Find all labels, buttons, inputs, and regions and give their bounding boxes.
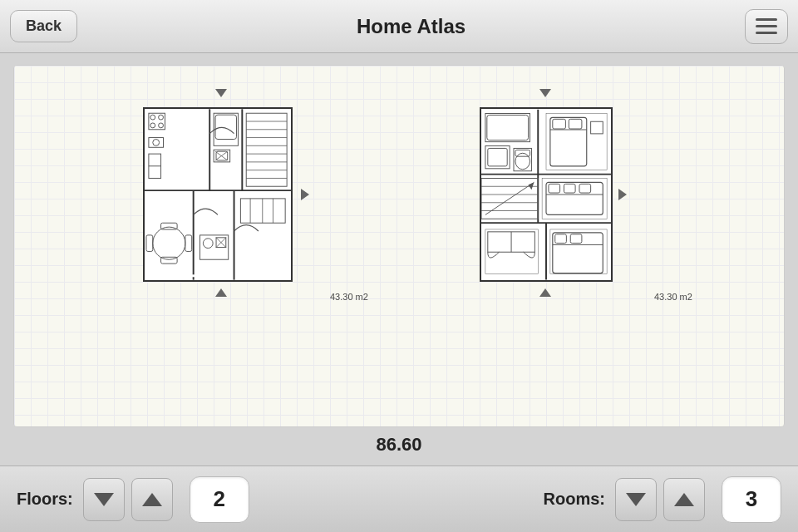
floors-up-icon: [142, 493, 162, 506]
rooms-increment-button[interactable]: [663, 478, 705, 521]
svg-point-6: [150, 115, 155, 120]
floors-value: 2: [190, 476, 249, 523]
total-area: 86.60: [376, 434, 421, 456]
floor1-area-label: 43.30 m2: [330, 292, 368, 302]
svg-rect-73: [564, 184, 575, 193]
dim-arrow-fp1-right: [301, 189, 309, 200]
svg-rect-49: [485, 114, 530, 142]
svg-point-54: [515, 153, 530, 170]
floor-plan-1: [143, 107, 293, 282]
svg-rect-50: [487, 115, 529, 140]
main-content: 43.30 m2 43.30 m2 86.60: [0, 53, 798, 466]
dim-arrow-fp2-top: [539, 89, 551, 97]
dim-arrow-fp2-bottom: [539, 288, 551, 297]
back-button[interactable]: Back: [10, 10, 77, 42]
svg-rect-61: [591, 121, 603, 134]
svg-point-7: [159, 115, 164, 120]
rooms-down-icon: [626, 493, 646, 506]
blueprint-canvas[interactable]: 43.30 m2 43.30 m2: [13, 65, 785, 427]
menu-icon-line3: [756, 32, 777, 34]
rooms-value: 3: [722, 476, 781, 523]
svg-rect-59: [553, 119, 566, 129]
page-title: Home Atlas: [77, 15, 745, 38]
dim-arrow-fp2-right: [618, 189, 627, 200]
svg-rect-81: [555, 234, 567, 244]
svg-point-29: [153, 227, 185, 259]
svg-rect-79: [553, 233, 603, 273]
svg-rect-23: [214, 113, 238, 145]
svg-rect-72: [549, 184, 560, 193]
rooms-control: Rooms:: [544, 478, 705, 521]
svg-rect-70: [546, 182, 603, 214]
svg-marker-68: [529, 182, 534, 190]
svg-point-9: [159, 123, 164, 128]
menu-button[interactable]: [745, 9, 788, 44]
rooms-label: Rooms:: [544, 490, 605, 509]
svg-rect-52: [488, 148, 507, 165]
dim-arrow-fp1-top: [215, 89, 227, 97]
svg-rect-30: [161, 223, 178, 229]
floors-increment-button[interactable]: [131, 478, 173, 521]
app-header: Back Home Atlas: [0, 0, 798, 53]
svg-rect-60: [569, 119, 582, 129]
floors-label: Floors:: [17, 490, 73, 509]
floors-down-icon: [94, 493, 114, 506]
svg-line-67: [485, 182, 534, 214]
dim-arrow-fp1-bottom: [215, 288, 227, 297]
rooms-decrement-button[interactable]: [615, 478, 657, 521]
svg-point-11: [153, 140, 160, 146]
svg-rect-74: [579, 184, 591, 193]
svg-point-35: [203, 239, 213, 249]
svg-rect-33: [185, 235, 192, 252]
svg-rect-53: [514, 148, 531, 170]
svg-rect-51: [485, 146, 510, 169]
menu-icon-line2: [756, 25, 777, 27]
menu-icon-line1: [756, 18, 777, 21]
svg-rect-78: [550, 229, 607, 274]
svg-rect-39: [240, 199, 285, 223]
svg-rect-32: [146, 235, 153, 252]
floors-control: Floors:: [17, 478, 173, 521]
svg-rect-14: [246, 113, 287, 186]
svg-rect-82: [570, 234, 582, 244]
svg-rect-24: [215, 115, 236, 139]
floor2-area-label: 43.30 m2: [654, 292, 692, 302]
bottom-controls: Floors: 2 Rooms: 3: [0, 466, 798, 532]
floor-plan-2: [480, 107, 613, 282]
svg-point-8: [150, 123, 155, 128]
svg-rect-31: [161, 257, 178, 264]
svg-rect-56: [546, 114, 607, 170]
floors-decrement-button[interactable]: [83, 478, 125, 521]
rooms-up-icon: [674, 493, 694, 506]
